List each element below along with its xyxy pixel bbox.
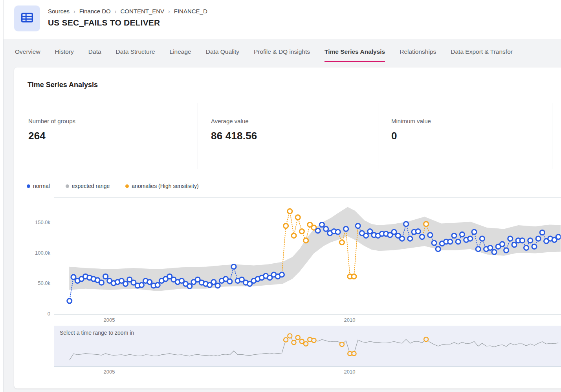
- stat-minimum-value: Minimum value0: [391, 118, 431, 142]
- anomaly-point[interactable]: [352, 274, 356, 279]
- anomaly-point[interactable]: [288, 209, 292, 213]
- panel-title: Time Series Analysis: [28, 81, 98, 89]
- legend-item-expected: expected range: [66, 183, 110, 189]
- x-axis-tick-label: 2005: [97, 317, 121, 323]
- normal-point[interactable]: [392, 230, 396, 234]
- stats-row: Number of groups264Average value86 418.5…: [14, 103, 561, 170]
- normal-point[interactable]: [512, 242, 517, 247]
- time-series-panel: Time Series Analysis Number of groups264…: [14, 67, 561, 388]
- normal-point[interactable]: [336, 230, 340, 234]
- normal-point[interactable]: [476, 247, 480, 252]
- breadcrumb: Sources›Finance DO›CONTENT_ENV›FINANCE_D: [48, 8, 207, 15]
- normal-point[interactable]: [356, 224, 360, 228]
- normal-point[interactable]: [123, 281, 128, 286]
- breadcrumb-separator: ›: [168, 8, 170, 15]
- normal-point[interactable]: [520, 238, 524, 243]
- normal-point[interactable]: [524, 246, 529, 250]
- range-selector[interactable]: Select a time range to zoom in: [54, 326, 561, 367]
- normal-point[interactable]: [492, 250, 497, 254]
- normal-point[interactable]: [319, 222, 324, 227]
- normal-point[interactable]: [508, 236, 513, 241]
- breadcrumb-link-sources[interactable]: Sources: [48, 8, 70, 15]
- normal-point[interactable]: [448, 239, 453, 244]
- range-anomaly-point: [292, 340, 296, 345]
- tab-time-series-analysis[interactable]: Time Series Analysis: [324, 42, 385, 62]
- normal-point[interactable]: [528, 238, 533, 243]
- normal-point[interactable]: [416, 229, 420, 234]
- normal-point[interactable]: [532, 244, 537, 249]
- normal-point[interactable]: [480, 236, 484, 241]
- legend-dot: [27, 184, 30, 188]
- range-x-tick-label: 2005: [97, 369, 121, 375]
- normal-point[interactable]: [432, 241, 436, 245]
- y-axis-tick-label: 0: [14, 311, 50, 317]
- anomaly-point[interactable]: [284, 224, 288, 228]
- tab-lineage[interactable]: Lineage: [170, 42, 191, 62]
- normal-point[interactable]: [368, 229, 372, 234]
- tab-data-export-transfor[interactable]: Data Export & Transfor: [451, 42, 513, 62]
- normal-point[interactable]: [556, 235, 561, 239]
- normal-point[interactable]: [211, 280, 216, 284]
- range-anomaly-point: [296, 335, 300, 340]
- anomaly-point[interactable]: [292, 233, 296, 238]
- anomaly-point[interactable]: [295, 215, 300, 220]
- tab-data-quality[interactable]: Data Quality: [206, 42, 239, 62]
- normal-point[interactable]: [315, 228, 320, 233]
- normal-point[interactable]: [408, 236, 412, 241]
- normal-point[interactable]: [227, 279, 232, 284]
- tab-data[interactable]: Data: [88, 42, 101, 62]
- normal-point[interactable]: [364, 233, 368, 238]
- tab-relationships[interactable]: Relationships: [400, 42, 436, 62]
- normal-point[interactable]: [155, 283, 160, 287]
- normal-point[interactable]: [231, 264, 236, 269]
- main-chart[interactable]: [54, 197, 561, 315]
- normal-point[interactable]: [436, 247, 440, 252]
- dataset-icon-box: [14, 5, 40, 31]
- normal-point[interactable]: [404, 222, 409, 226]
- breadcrumb-link-content-env[interactable]: CONTENT_ENV: [120, 8, 164, 15]
- y-axis-tick-label: 50.0k: [14, 280, 50, 286]
- normal-point[interactable]: [67, 299, 72, 303]
- normal-point[interactable]: [215, 283, 220, 288]
- normal-point[interactable]: [99, 280, 104, 285]
- normal-point[interactable]: [71, 275, 76, 279]
- x-axis-tick-label: 2010: [338, 317, 361, 323]
- normal-point[interactable]: [344, 226, 348, 231]
- normal-point[interactable]: [400, 236, 404, 241]
- legend-dot: [125, 184, 129, 188]
- table-icon: [19, 10, 35, 27]
- normal-point[interactable]: [468, 236, 473, 241]
- normal-point[interactable]: [504, 248, 509, 253]
- normal-point[interactable]: [500, 242, 504, 246]
- normal-point[interactable]: [324, 226, 328, 231]
- normal-point[interactable]: [452, 233, 456, 238]
- breadcrumb-link-finance-d[interactable]: FINANCE_D: [174, 8, 207, 15]
- normal-point[interactable]: [420, 235, 424, 239]
- normal-point[interactable]: [536, 236, 541, 241]
- tab-overview[interactable]: Overview: [15, 42, 40, 62]
- anomaly-point[interactable]: [339, 240, 344, 245]
- normal-point[interactable]: [187, 284, 192, 289]
- main-chart-canvas[interactable]: [54, 198, 561, 314]
- normal-point[interactable]: [139, 283, 144, 287]
- series-segment: [290, 211, 294, 235]
- anomaly-point[interactable]: [304, 238, 308, 243]
- tab-profile-dq-insights[interactable]: Profile & DQ insights: [254, 42, 310, 62]
- normal-point[interactable]: [456, 239, 460, 244]
- normal-point[interactable]: [540, 230, 544, 235]
- normal-point[interactable]: [488, 246, 493, 250]
- normal-point[interactable]: [279, 272, 284, 277]
- stat-value: 264: [28, 130, 75, 142]
- range-anomaly-point: [424, 337, 428, 341]
- normal-point[interactable]: [460, 232, 464, 237]
- anomaly-point[interactable]: [424, 222, 429, 226]
- tab-history[interactable]: History: [55, 42, 74, 62]
- tab-data-structure[interactable]: Data Structure: [116, 42, 155, 62]
- normal-point[interactable]: [103, 274, 108, 279]
- anomaly-point[interactable]: [299, 229, 304, 234]
- normal-point[interactable]: [428, 233, 433, 237]
- breadcrumb-link-finance-do[interactable]: Finance DO: [79, 8, 111, 15]
- normal-point[interactable]: [472, 230, 477, 234]
- normal-point[interactable]: [147, 280, 152, 284]
- stat-label: Minimum value: [391, 118, 431, 124]
